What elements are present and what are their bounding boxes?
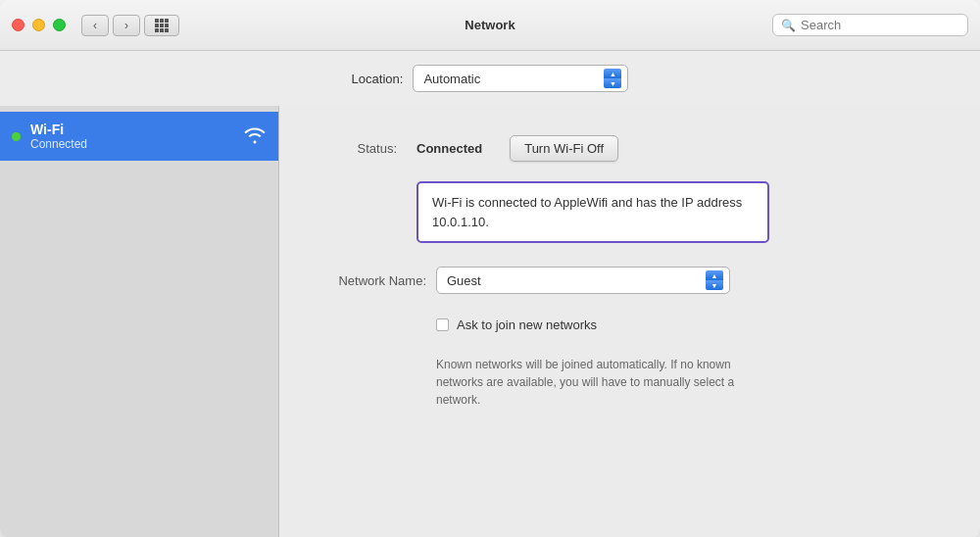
info-text: Wi-Fi is connected to AppleWifi and has … xyxy=(432,195,742,229)
location-stepper[interactable]: ▲ ▼ xyxy=(604,69,621,88)
close-button[interactable] xyxy=(12,19,24,31)
back-icon: ‹ xyxy=(93,19,97,32)
network-name-row: Network Name: Guest ▲ ▼ xyxy=(318,267,941,294)
sidebar-item-info-wifi: Wi-Fi Connected xyxy=(30,122,233,151)
status-dot-wifi xyxy=(12,132,21,141)
search-icon: 🔍 xyxy=(781,19,796,32)
window-title: Network xyxy=(465,18,514,32)
ask-join-label: Ask to join new networks xyxy=(457,317,597,332)
wifi-icon xyxy=(243,124,267,149)
search-box[interactable]: 🔍 xyxy=(772,14,968,36)
network-stepper[interactable]: ▲ ▼ xyxy=(706,270,723,290)
titlebar: ‹ › Network 🔍 xyxy=(0,0,980,51)
sidebar-item-status-wifi: Connected xyxy=(30,137,233,151)
location-select[interactable]: Automatic ▲ ▼ xyxy=(413,65,628,92)
minimize-button[interactable] xyxy=(32,19,45,31)
known-networks-description: Known networks will be joined automatica… xyxy=(436,356,750,409)
ask-join-checkbox[interactable] xyxy=(436,318,449,331)
location-value: Automatic xyxy=(423,72,600,86)
sidebar-item-name-wifi: Wi-Fi xyxy=(30,122,233,137)
zoom-button[interactable] xyxy=(53,19,66,31)
window: ‹ › Network 🔍 Location: Automatic xyxy=(0,0,980,537)
network-name-select[interactable]: Guest ▲ ▼ xyxy=(436,267,730,294)
location-stepper-down[interactable]: ▼ xyxy=(604,78,621,88)
ask-join-row: Ask to join new networks xyxy=(436,317,941,332)
network-name-value: Guest xyxy=(447,273,702,288)
traffic-lights xyxy=(12,19,66,31)
status-label: Status: xyxy=(318,141,397,156)
back-button[interactable]: ‹ xyxy=(81,15,109,36)
status-row: Status: Connected Turn Wi-Fi Off xyxy=(318,135,941,162)
forward-button[interactable]: › xyxy=(113,15,140,36)
location-stepper-up[interactable]: ▲ xyxy=(604,69,621,78)
forward-icon: › xyxy=(124,19,128,32)
turn-wifi-button[interactable]: Turn Wi-Fi Off xyxy=(510,135,618,162)
info-box: Wi-Fi is connected to AppleWifi and has … xyxy=(416,181,769,243)
network-name-label: Network Name: xyxy=(318,273,426,288)
grid-icon xyxy=(155,19,169,32)
nav-buttons: ‹ › xyxy=(81,15,140,36)
location-bar: Location: Automatic ▲ ▼ xyxy=(0,51,980,106)
grid-view-button[interactable] xyxy=(144,15,179,36)
status-value: Connected xyxy=(416,141,482,156)
main-content: Wi-Fi Connected Status: Connected xyxy=(0,106,980,537)
search-input[interactable] xyxy=(801,18,959,32)
network-stepper-down[interactable]: ▼ xyxy=(706,280,723,290)
sidebar: Wi-Fi Connected xyxy=(0,106,279,537)
sidebar-item-wifi[interactable]: Wi-Fi Connected xyxy=(0,112,278,161)
location-label: Location: xyxy=(352,72,404,86)
right-panel: Status: Connected Turn Wi-Fi Off Wi-Fi i… xyxy=(279,106,980,537)
network-stepper-up[interactable]: ▲ xyxy=(706,270,723,280)
